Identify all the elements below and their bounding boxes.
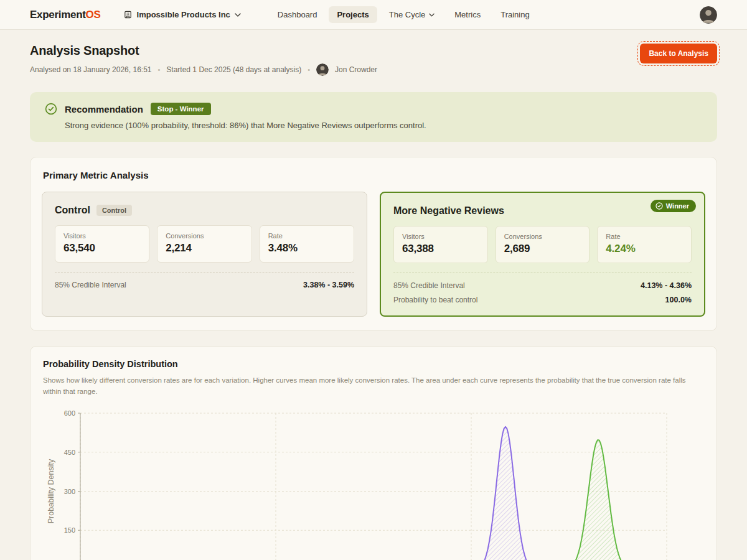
stat-value: 2,214: [166, 242, 243, 254]
svg-text:600: 600: [64, 409, 75, 417]
nav-label: Training: [500, 10, 529, 19]
top-nav-bar: ExperimentOS Impossible Products Inc Das…: [0, 0, 747, 30]
recommendation-text: Strong evidence (100% probability, thres…: [65, 121, 702, 130]
meta-dot: •: [157, 66, 160, 73]
author-name: Jon Crowder: [335, 65, 377, 74]
chart-description: Shows how likely different conversion ra…: [43, 375, 704, 398]
kv-label: Probability to beat control: [393, 296, 477, 304]
chart-area: 01503004506000.0%1.6%3.2%4.8%Probability…: [43, 403, 704, 560]
probability-density-chart: 01503004506000.0%1.6%3.2%4.8%Probability…: [43, 403, 705, 560]
control-name-row: Control Control: [55, 205, 354, 216]
primary-metric-section: Primary Metric Analysis Control Control …: [30, 157, 717, 331]
kv-value: 4.13% - 4.36%: [641, 281, 692, 290]
analysed-on-text: Analysed on 18 January 2026, 16:51: [30, 65, 151, 74]
recommendation-status-badge: Stop - Winner: [151, 103, 211, 115]
recommendation-title: Recommendation: [65, 104, 143, 114]
stat-label: Rate: [606, 233, 683, 240]
nav-label: The Cycle: [389, 10, 426, 19]
svg-text:Probability Density: Probability Density: [47, 459, 55, 523]
stat-box-visitors: Visitors 63,540: [55, 225, 149, 263]
stat-label: Visitors: [63, 232, 141, 240]
recommendation-header: Recommendation Stop - Winner: [45, 103, 702, 115]
org-name: Impossible Products Inc: [137, 10, 230, 19]
stat-label: Conversions: [166, 232, 243, 240]
stat-label: Rate: [268, 232, 345, 240]
check-circle-icon: [655, 202, 663, 210]
app-logo-prefix: Experiment: [30, 9, 86, 21]
started-text: Started 1 Dec 2025 (48 days at analysis): [166, 65, 301, 74]
nav-item-the-cycle[interactable]: The Cycle: [381, 6, 443, 23]
chevron-down-icon: [235, 13, 241, 17]
nav-label: Projects: [337, 10, 369, 19]
kv-value: 3.38% - 3.59%: [303, 281, 354, 289]
nav-item-metrics[interactable]: Metrics: [446, 6, 489, 23]
kv-label: 85% Credible Interval: [393, 281, 465, 290]
svg-text:300: 300: [64, 487, 75, 495]
nav-label: Dashboard: [278, 10, 317, 19]
winner-badge: Winner: [651, 200, 696, 212]
chevron-down-icon: [429, 13, 435, 17]
stat-value: 63,388: [402, 243, 479, 255]
page-header: Analysis Snapshot Analysed on 18 January…: [30, 44, 717, 76]
variant-name: More Negative Reviews: [393, 205, 504, 217]
building-icon: [123, 10, 133, 19]
variant-detail-rows: 85% Credible Interval 4.13% - 4.36% Prob…: [393, 273, 692, 304]
stat-value: 4.24%: [606, 243, 683, 255]
stat-label: Visitors: [402, 233, 479, 240]
check-circle-icon: [45, 103, 57, 115]
svg-text:150: 150: [64, 526, 75, 534]
stat-value: 63,540: [63, 242, 141, 254]
author-avatar: [316, 63, 329, 76]
density-chart-section: Probability Density Distribution Shows h…: [30, 346, 717, 560]
variant-grid: Control Control Visitors 63,540 Conversi…: [42, 192, 705, 317]
kv-label: 85% Credible Interval: [55, 281, 126, 289]
probability-row: Probability to beat control 100.0%: [393, 296, 692, 304]
stat-value: 3.48%: [268, 242, 345, 254]
page-content: Analysis Snapshot Analysed on 18 January…: [0, 30, 747, 560]
nav-item-projects[interactable]: Projects: [329, 6, 377, 23]
recommendation-banner: Recommendation Stop - Winner Strong evid…: [30, 92, 717, 142]
credible-interval-row: 85% Credible Interval 3.38% - 3.59%: [55, 281, 354, 289]
stat-box-conversions: Conversions 2,689: [496, 226, 590, 263]
chart-title: Probability Density Distribution: [43, 359, 704, 369]
stat-box-conversions: Conversions 2,214: [157, 225, 251, 263]
nav-item-dashboard[interactable]: Dashboard: [270, 6, 326, 23]
stat-label: Conversions: [504, 233, 581, 240]
variant-name-row: More Negative Reviews: [393, 205, 692, 217]
control-variant-card: Control Control Visitors 63,540 Conversi…: [42, 192, 367, 317]
control-badge: Control: [96, 205, 132, 216]
control-name: Control: [55, 205, 90, 216]
winner-variant-card: Winner More Negative Reviews Visitors 63…: [380, 192, 705, 317]
stat-box-rate: Rate 3.48%: [260, 225, 354, 263]
credible-interval-row: 85% Credible Interval 4.13% - 4.36%: [393, 281, 692, 290]
stat-box-rate: Rate 4.24%: [597, 226, 692, 263]
primary-metric-title: Primary Metric Analysis: [42, 170, 705, 180]
org-switcher[interactable]: Impossible Products Inc: [123, 10, 241, 19]
page-title: Analysis Snapshot: [30, 44, 717, 58]
stat-value: 2,689: [504, 243, 581, 255]
control-stats-row: Visitors 63,540 Conversions 2,214 Rate 3…: [55, 225, 354, 263]
app-logo[interactable]: ExperimentOS: [30, 9, 101, 21]
control-detail-rows: 85% Credible Interval 3.38% - 3.59%: [55, 272, 354, 289]
back-to-analysis-button[interactable]: Back to Analysis: [640, 44, 717, 63]
stat-box-visitors: Visitors 63,388: [393, 226, 488, 263]
app-logo-suffix: OS: [86, 9, 101, 21]
nav-label: Metrics: [454, 10, 481, 19]
meta-dot: •: [308, 66, 310, 73]
svg-text:450: 450: [64, 448, 75, 455]
main-nav: Dashboard Projects The Cycle Metrics Tra…: [270, 6, 538, 23]
kv-value: 100.0%: [665, 296, 692, 304]
winner-badge-label: Winner: [666, 202, 689, 210]
nav-item-training[interactable]: Training: [492, 6, 537, 23]
user-avatar[interactable]: [700, 6, 717, 24]
variant-stats-row: Visitors 63,388 Conversions 2,689 Rate 4…: [393, 226, 692, 263]
page-meta: Analysed on 18 January 2026, 16:51 • Sta…: [30, 63, 717, 76]
